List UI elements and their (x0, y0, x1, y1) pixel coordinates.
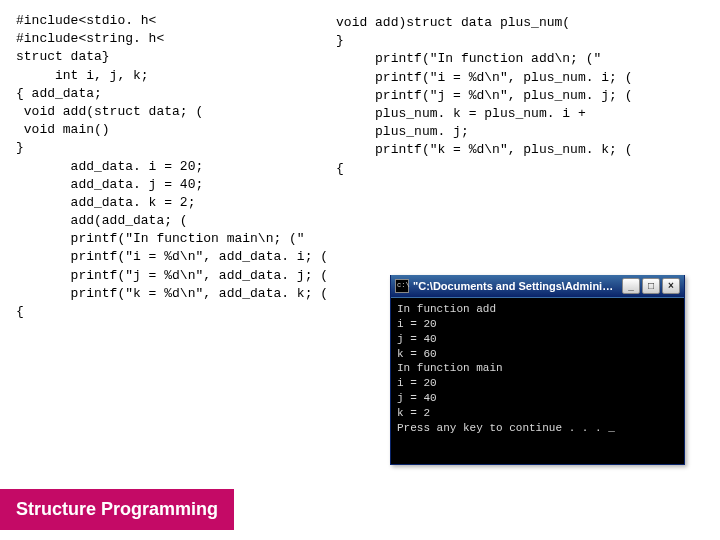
maximize-button[interactable]: □ (642, 278, 660, 294)
close-button[interactable]: × (662, 278, 680, 294)
console-title: "C:\Documents and Settings\Administra... (413, 280, 618, 292)
window-buttons: _ □ × (622, 278, 680, 294)
console-output: In function add i = 20 j = 40 k = 60 In … (391, 297, 684, 464)
shadow-decoration (460, 455, 580, 461)
minimize-button[interactable]: _ (622, 278, 640, 294)
console-window: "C:\Documents and Settings\Administra...… (390, 275, 685, 465)
console-titlebar[interactable]: "C:\Documents and Settings\Administra...… (391, 275, 684, 297)
footer-label: Structure Programming (16, 499, 218, 519)
cmd-icon (395, 279, 409, 293)
code-left-column: #include<stdio. h< #include<string. h< s… (16, 12, 328, 321)
footer-banner: Structure Programming (0, 489, 234, 530)
